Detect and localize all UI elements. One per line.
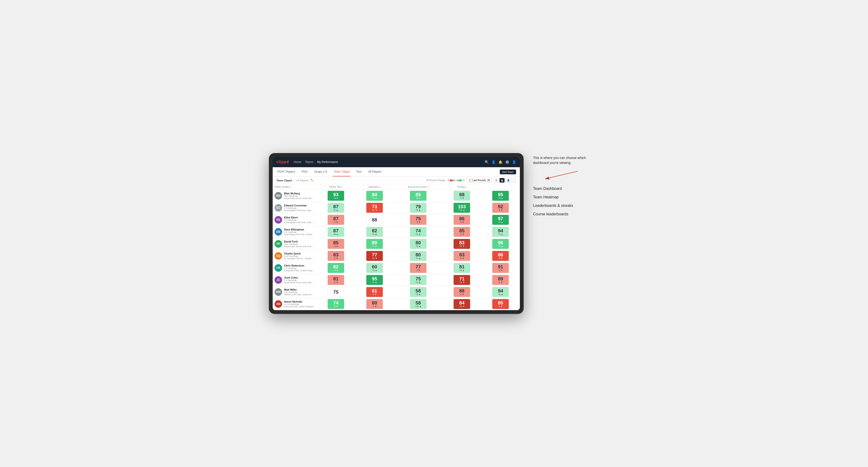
player-club: Sunningdale Golf Club, United Kingdom — [284, 221, 315, 224]
stat-cell-tee-7: 95+8 ▲ — [355, 274, 394, 286]
table-row: ECEdward Crossman1-5 HandicapSunningdale… — [273, 202, 520, 214]
player-handicap: 1-5 Handicap — [284, 279, 315, 281]
stat-cell-around_green-3: 85-3 ▼ — [442, 226, 481, 238]
stat-change: -3 ▼ — [334, 245, 338, 247]
player-cell-9[interactable]: ANAaron Nicholls11-15 HandicapDrift Golf… — [273, 298, 316, 310]
menu-item-3[interactable]: Course leaderboards — [533, 212, 599, 216]
stat-cell-quality-7: 81-3 ▼ — [316, 274, 355, 286]
logo[interactable]: clippd — [276, 160, 289, 164]
stat-change: +4 ▲ — [333, 233, 338, 236]
heatmap-view-button[interactable]: ▦ — [500, 178, 504, 183]
stat-value: 80 — [415, 252, 421, 257]
download-button[interactable]: ↓ — [512, 178, 516, 183]
table-row: ANAaron Nicholls11-15 HandicapDrift Golf… — [273, 298, 520, 310]
menu-item-0[interactable]: Team Dashboard — [533, 187, 599, 191]
stat-change: +8 ▲ — [415, 197, 421, 199]
stat-value: 74 — [333, 301, 338, 305]
stat-cell-approach-0: 85+8 ▲ — [394, 190, 442, 202]
round-change-label: 20 Round Change — [426, 179, 445, 182]
stat-change: -6 ▼ — [460, 257, 464, 259]
annotation-arrow-svg — [533, 170, 580, 180]
player-cell-7[interactable]: JCJosh Coles1-5 HandicapRoyal North Devo… — [273, 274, 316, 286]
stat-value: 77 — [372, 252, 377, 257]
search-icon[interactable]: 🔍 — [485, 160, 489, 164]
menu-item-1[interactable]: Team Heatmap — [533, 195, 599, 199]
col-player-quality: Player Quality ▾ — [273, 184, 316, 190]
tab-tour[interactable]: Tour — [355, 167, 363, 177]
stat-value: 88 — [459, 288, 464, 293]
add-team-button[interactable]: Add Team — [500, 169, 516, 174]
player-cell-5[interactable]: CQCharlie Quick6-10 HandicapSt. George's… — [273, 250, 316, 262]
person-view-button[interactable]: 👤 — [505, 178, 511, 183]
profile-icon[interactable]: 👤 — [512, 160, 516, 164]
stat-change: +3 ▲ — [415, 245, 421, 247]
player-cell-1[interactable]: ECEdward Crossman1-5 HandicapSunningdale… — [273, 202, 316, 214]
avatar: EE — [275, 216, 282, 224]
stat-cell-putting-8: 94+3 ▲ — [481, 286, 520, 298]
annotation-panel: This is where you can choose which dashb… — [533, 153, 599, 216]
stat-value: 95 — [498, 192, 503, 197]
player-cell-8[interactable]: MMMatt Miller6-10 HandicapWoburn Golf Cl… — [273, 286, 316, 298]
tab-hcaps[interactable]: Hcaps 1-5 — [313, 167, 328, 177]
stat-cell-putting-6: 91-3 ▼ — [481, 262, 520, 274]
stat-value: 88 — [459, 192, 464, 197]
last-rounds-button[interactable]: 📋 Last Rounds: 20 — [467, 178, 492, 183]
stat-cell-around_green-5: 83-6 ▼ — [442, 250, 481, 262]
player-cell-4[interactable]: DFDavid FordPlus HandicapRoyal North Dev… — [273, 238, 316, 250]
tab-pgat-players[interactable]: PGAT Players — [276, 167, 296, 177]
stat-cell-approach-5: 80+1 ▲ — [394, 250, 442, 262]
col-off-tee: Off the Tee ▾ — [316, 184, 355, 190]
stat-change: +5 ▲ — [498, 221, 503, 223]
player-handicap: 6-10 Handicap — [284, 291, 315, 293]
stat-change: -3 ▼ — [334, 281, 338, 283]
stat-change: -3 ▼ — [416, 269, 420, 272]
stat-change: +15 ▲ — [459, 209, 465, 211]
stat-value: 95 — [372, 276, 377, 281]
stat-cell-around_green-7: 71-11 ▼ — [442, 274, 481, 286]
table-row: CQCharlie Quick6-10 HandicapSt. George's… — [273, 250, 520, 262]
stat-cell-around_green-9: 84-21 ▼ — [442, 298, 481, 310]
menu-item-2[interactable]: Leaderboards & streaks — [533, 204, 599, 208]
stat-change: +4 ▲ — [372, 233, 377, 236]
table-container: Player Quality ▾ Off the Tee ▾ Approach … — [273, 184, 520, 310]
stat-cell-putting-7: 89-2 ▼ — [481, 274, 520, 286]
grid-view-button[interactable]: ⊞ — [494, 178, 499, 183]
stat-value: 81 — [333, 276, 338, 281]
table-row: JCJosh Coles1-5 HandicapRoyal North Devo… — [273, 274, 520, 286]
settings-icon[interactable]: ⚙️ — [505, 160, 509, 164]
avatar: CQ — [275, 252, 282, 260]
stat-value: 60 — [372, 301, 377, 305]
tab-pga[interactable]: PGA — [301, 167, 309, 177]
stat-value: 83 — [459, 240, 464, 245]
stat-value: 91 — [498, 264, 503, 269]
user-icon[interactable]: 👤 — [492, 160, 496, 164]
stat-change: +2 ▲ — [415, 281, 421, 283]
menu-items: Team Dashboard Team Heatmap Leaderboards… — [533, 187, 599, 216]
nav-item-teams[interactable]: Teams — [305, 159, 313, 165]
player-club: Royal North Devon Golf Club, United King… — [284, 281, 315, 284]
stat-cell-around_green-8: 88-2 ▼ — [442, 286, 481, 298]
stat-cell-quality-1: 87+1 ▲ — [316, 202, 355, 214]
stat-value: 83 — [333, 252, 338, 257]
stat-value: 88 — [372, 217, 377, 222]
player-cell-2[interactable]: EEElliot Ebert1-5 HandicapSunningdale Go… — [273, 214, 316, 226]
stat-change: +6 ▲ — [372, 197, 377, 199]
edit-icon[interactable]: ✏️ — [310, 179, 314, 182]
stat-cell-quality-5: 83-3 ▼ — [316, 250, 355, 262]
avatar: JC — [275, 276, 282, 284]
stat-change: +9 ▲ — [415, 209, 421, 211]
player-name: Chris Robertson — [284, 264, 315, 267]
tab-all-players[interactable]: All Players — [367, 167, 382, 177]
team-player-count: 14 Players — [296, 179, 309, 182]
nav-item-home[interactable]: Home — [294, 159, 301, 165]
stat-value: 92 — [498, 204, 503, 209]
nav-icons: 🔍 👤 🔔 ⚙️ 👤 — [485, 160, 516, 164]
stat-value: 87 — [333, 228, 338, 233]
bell-icon[interactable]: 🔔 — [498, 160, 502, 164]
player-cell-6[interactable]: CRChris Robertson1-5 HandicapCraigmillar… — [273, 262, 316, 274]
player-cell-3[interactable]: DBDave Billingham1-5 HandicapGog Magog G… — [273, 226, 316, 238]
nav-item-myperformance[interactable]: My Performance — [317, 159, 338, 165]
stat-cell-tee-1: 73-11 ▼ — [355, 202, 394, 214]
tab-team-clippd[interactable]: Team Clippd — [333, 167, 350, 177]
player-cell-0[interactable]: BMBlair McHargPlus HandicapRoyal North D… — [273, 190, 316, 202]
